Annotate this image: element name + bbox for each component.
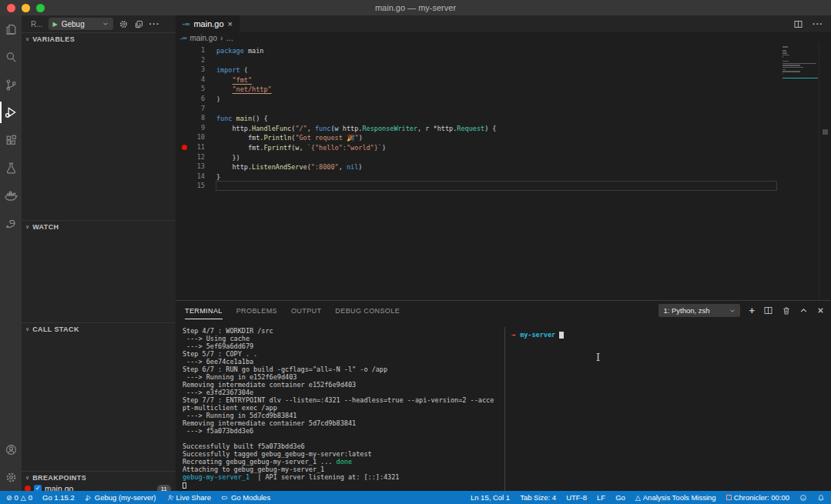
analysis-tools-status[interactable]: △ Analysis Tools Missing — [635, 493, 716, 502]
code-line[interactable]: 15 — [176, 181, 831, 191]
chevron-down-icon: ∨ — [25, 224, 29, 230]
chronicler-status[interactable]: Chronicler: 00:00 — [726, 493, 789, 502]
call-stack-header[interactable]: ∨ CALL STACK — [22, 323, 176, 335]
gebug-swoosh-icon[interactable] — [0, 209, 22, 237]
gutter-space[interactable] — [182, 57, 187, 62]
gutter-space[interactable] — [182, 154, 187, 159]
variables-body — [22, 45, 176, 220]
split-terminal-icon[interactable] — [763, 305, 773, 315]
extensions-icon[interactable] — [0, 126, 22, 154]
tab-debug-console[interactable]: DEBUG CONSOLE — [335, 302, 400, 319]
split-editor-icon[interactable] — [793, 19, 803, 29]
tab-terminal[interactable]: TERMINAL — [185, 302, 223, 319]
close-tab-icon[interactable]: × — [228, 19, 233, 28]
code-line[interactable]: 1package main — [176, 45, 831, 55]
variables-header[interactable]: ∨ VARIABLES — [22, 33, 176, 45]
debug-target-status[interactable]: Gebug (my-server) — [85, 493, 156, 502]
test-flask-icon[interactable] — [0, 154, 22, 182]
go-modules-status[interactable]: Go Modules — [221, 493, 270, 502]
code-line[interactable]: 9 http.HandleFunc("/", func(w http.Respo… — [176, 123, 831, 133]
editor-scrollbar[interactable] — [819, 43, 831, 300]
feedback-status[interactable] — [799, 494, 807, 502]
gutter-space[interactable] — [182, 115, 187, 121]
terminal-line: Recreating gebug_gebug-my-server_1 ... d… — [183, 458, 504, 466]
accounts-icon[interactable] — [0, 436, 22, 463]
mouse-ibeam-cursor: I — [596, 352, 600, 363]
watch-header[interactable]: ∨ WATCH — [22, 221, 176, 233]
run-label: R... — [31, 20, 43, 28]
run-and-debug-icon[interactable] — [0, 98, 22, 126]
settings-gear-icon[interactable] — [0, 463, 22, 491]
gutter-space[interactable] — [182, 96, 187, 102]
terminal-select[interactable]: 1: Python, zsh — [658, 304, 740, 317]
scrollbar-handle[interactable] — [823, 129, 828, 135]
maximize-panel-icon[interactable] — [799, 306, 808, 315]
breadcrumb[interactable]: -∞ main.go › … — [176, 32, 831, 43]
code-editor[interactable]: 1package main23import (4 "fmt"5 "net/htt… — [176, 43, 831, 300]
search-icon[interactable] — [0, 43, 22, 71]
problems-status[interactable]: ⊘ 0 △ 0 — [6, 493, 32, 502]
window-title: main.go — my-server — [0, 3, 831, 12]
code-line[interactable]: 11 fmt.Fprintf(w, `{"hello":"world"}`) — [176, 142, 831, 152]
debug-config-dropdown[interactable]: ▶ Gebug — [49, 18, 113, 30]
cursor-position-status[interactable]: Ln 15, Col 1 — [471, 493, 510, 502]
gutter-space[interactable] — [182, 125, 187, 131]
breakpoint-dot-icon[interactable] — [182, 145, 187, 150]
kill-terminal-trash-icon[interactable] — [782, 306, 791, 315]
terminal-cursor-outline — [183, 482, 186, 489]
code-line[interactable]: 6) — [176, 94, 831, 104]
code-line[interactable]: 14} — [176, 172, 831, 182]
tab-main-go[interactable]: -∞ main.go × — [176, 15, 240, 32]
more-actions-icon[interactable]: ··· — [813, 19, 823, 28]
code-line[interactable]: 13 http.ListenAndServe(":8000", nil) — [176, 162, 831, 172]
breadcrumb-file[interactable]: main.go — [189, 34, 217, 42]
gutter-space[interactable] — [182, 77, 187, 82]
language-status[interactable]: Go — [615, 493, 625, 502]
notifications-status[interactable] — [817, 494, 825, 502]
code-line[interactable]: 7 — [176, 104, 831, 114]
source-control-icon[interactable] — [0, 71, 22, 98]
gutter-space[interactable] — [182, 174, 187, 179]
encoding-status[interactable]: UTF-8 — [566, 493, 587, 502]
code-line[interactable]: 5 "net/http" — [176, 84, 831, 94]
terminal-pane-shell[interactable]: → my-server I — [504, 327, 831, 491]
terminal-line: Removing intermediate container e152f6e9… — [183, 381, 504, 389]
tab-problems[interactable]: PROBLEMS — [236, 302, 277, 319]
gutter-space[interactable] — [182, 164, 187, 169]
go-version-status[interactable]: Go 1.15.2 — [42, 493, 75, 502]
new-terminal-icon[interactable]: + — [749, 305, 755, 316]
gutter-space[interactable] — [182, 67, 187, 72]
gutter-space[interactable] — [182, 48, 187, 53]
breadcrumb-symbol[interactable]: … — [226, 34, 233, 42]
debug-console-icon[interactable] — [134, 19, 144, 29]
start-debug-icon[interactable]: ▶ — [53, 21, 58, 28]
chevron-down-icon: ∨ — [25, 326, 29, 332]
terminal-pane-build-output[interactable]: Step 4/7 : WORKDIR /src ---> Using cache… — [176, 327, 504, 491]
breadcrumb-separator: › — [220, 34, 223, 42]
code-line[interactable]: 12 }) — [176, 152, 831, 162]
minimap[interactable] — [782, 46, 818, 78]
eol-status[interactable]: LF — [597, 493, 605, 502]
gutter-space[interactable] — [182, 135, 187, 140]
debug-toolbar: R... ▶ Gebug ··· — [22, 15, 176, 32]
code-line[interactable]: 10 fmt.Println("Got request 🎉") — [176, 132, 831, 142]
gutter-space[interactable] — [182, 86, 187, 92]
debug-settings-gear-icon[interactable] — [119, 19, 129, 29]
gutter-space[interactable] — [182, 183, 187, 189]
close-panel-icon[interactable] — [816, 306, 825, 315]
terminal-line: Step 4/7 : WORKDIR /src — [183, 327, 504, 335]
terminal-line: Successfully built f5a073bdd3e6 — [183, 442, 504, 450]
explorer-icon[interactable] — [0, 15, 22, 43]
breakpoints-header[interactable]: ∨ BREAKPOINTS — [22, 472, 176, 484]
more-actions-icon[interactable]: ··· — [149, 19, 160, 28]
code-line[interactable]: 8func main() { — [176, 113, 831, 123]
gutter-space[interactable] — [182, 105, 187, 111]
code-line[interactable]: 4 "fmt" — [176, 75, 831, 85]
code-line[interactable]: 3import ( — [176, 65, 831, 75]
tab-output[interactable]: OUTPUT — [291, 302, 321, 319]
code-line[interactable]: 2 — [176, 55, 831, 65]
tab-size-status[interactable]: Tab Size: 4 — [520, 493, 556, 502]
live-share-status[interactable]: Live Share — [166, 493, 211, 502]
docker-icon[interactable] — [0, 182, 22, 209]
go-modules-icon — [221, 494, 229, 502]
